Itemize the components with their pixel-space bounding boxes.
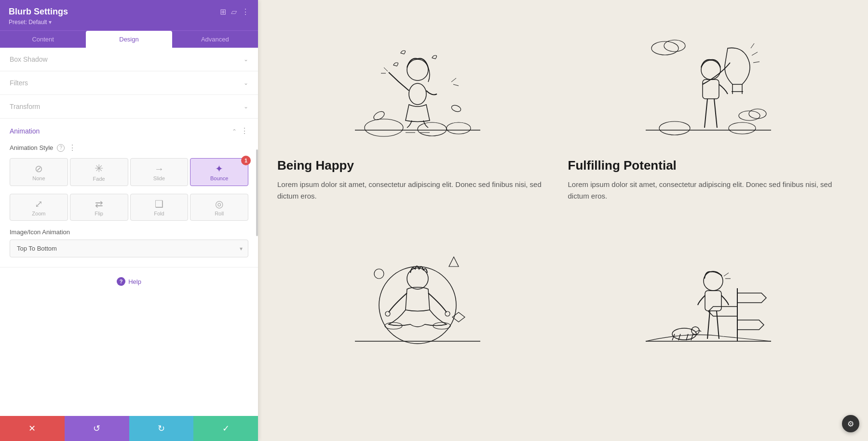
animation-style-label: Animation Style — [10, 144, 53, 151]
main-content: Being Happy Lorem ipsum dolor sit amet, … — [258, 0, 868, 441]
tab-content[interactable]: Content — [0, 31, 86, 48]
undo-button[interactable]: ↺ — [65, 416, 129, 441]
svg-rect-28 — [703, 80, 719, 99]
blurb-illustration-1 — [277, 14, 558, 149]
cancel-button[interactable]: ✕ — [0, 416, 65, 441]
svg-point-37 — [385, 311, 390, 316]
preset-value[interactable]: Default — [28, 19, 47, 26]
svg-point-20 — [729, 122, 756, 134]
header-icons: ⊞ ▱ ⋮ — [220, 7, 249, 16]
slide-icon: → — [154, 164, 164, 174]
settings-panel: Blurb Settings ⊞ ▱ ⋮ Preset: Default ▾ C… — [0, 0, 258, 441]
fade-label: Fade — [93, 176, 105, 182]
filters-header[interactable]: Filters ⌄ — [0, 71, 258, 94]
transform-label: Transform — [10, 103, 40, 110]
blurb-card-3 — [277, 226, 558, 427]
save-icon: ✓ — [222, 423, 230, 434]
floating-btn-icon: ⚙ — [847, 419, 854, 428]
filters-chevron: ⌄ — [244, 80, 248, 86]
zoom-icon: ⤢ — [35, 199, 43, 209]
scrollbar-thumb[interactable] — [256, 149, 258, 236]
box-shadow-header[interactable]: Box Shadow ⌄ — [0, 48, 258, 71]
svg-point-13 — [451, 104, 462, 113]
anim-slide-button[interactable]: → Slide — [130, 158, 189, 186]
animation-content: Animation Style ? ⋮ ⊘ None ✳ Fade — [0, 143, 258, 267]
svg-line-8 — [451, 78, 456, 82]
svg-line-49 — [724, 273, 729, 276]
help-section[interactable]: ? Help — [0, 267, 258, 295]
svg-rect-46 — [705, 291, 721, 311]
tab-design[interactable]: Design — [86, 31, 172, 48]
animation-label: Animation — [10, 127, 40, 135]
bounce-label: Bounce — [210, 175, 228, 181]
svg-point-32 — [379, 267, 456, 344]
preset-arrow[interactable]: ▾ — [49, 19, 52, 26]
box-shadow-label: Box Shadow — [10, 55, 48, 63]
animation-style-grid: ⊘ None ✳ Fade → Slide 1 — [10, 158, 248, 186]
anim-roll-button[interactable]: ◎ Roll — [190, 194, 248, 221]
svg-point-36 — [407, 268, 428, 289]
image-animation-select[interactable]: Top To Bottom Bottom To Top Left To Righ… — [10, 240, 248, 257]
undo-icon: ↺ — [93, 423, 100, 434]
animation-chevron[interactable]: ⌄ — [232, 128, 237, 134]
blurb-illustration-4 — [568, 226, 849, 361]
svg-point-2 — [418, 122, 447, 136]
tab-bar: Content Design Advanced — [0, 30, 258, 48]
card-1-text: Lorem ipsum dolor sit amet, consectetur … — [277, 179, 558, 202]
filters-label: Filters — [10, 79, 28, 87]
svg-point-5 — [407, 59, 428, 80]
box-shadow-chevron: ⌄ — [244, 56, 248, 63]
redo-icon: ↻ — [158, 423, 165, 434]
svg-line-25 — [753, 62, 760, 63]
anim-fold-button[interactable]: ❑ Fold — [130, 194, 189, 221]
svg-line-47 — [707, 311, 710, 339]
anim-none-button[interactable]: ⊘ None — [10, 158, 68, 186]
transform-header[interactable]: Transform ⌄ — [0, 95, 258, 118]
sidebar-header: Blurb Settings ⊞ ▱ ⋮ Preset: Default ▾ — [0, 0, 258, 30]
anim-zoom-button[interactable]: ⤢ Zoom — [10, 194, 68, 221]
blurb-illustration-2 — [568, 14, 849, 149]
animation-style-grid-row2: ⤢ Zoom ⇄ Flip ❑ Fold ◎ — [10, 194, 248, 221]
zoom-label: Zoom — [32, 211, 45, 216]
svg-point-38 — [445, 311, 450, 316]
anim-fade-button[interactable]: ✳ Fade — [70, 158, 128, 186]
fade-icon: ✳ — [95, 163, 103, 174]
blurb-card-1: Being Happy Lorem ipsum dolor sit amet, … — [277, 14, 558, 216]
svg-line-48 — [717, 311, 719, 339]
tab-advanced[interactable]: Advanced — [172, 31, 258, 48]
blurb-card-2: Fulfilling Potential Lorem ipsum dolor s… — [568, 14, 849, 216]
slide-label: Slide — [153, 175, 165, 181]
svg-line-9 — [453, 84, 459, 86]
fullscreen-icon[interactable]: ▱ — [231, 7, 237, 16]
svg-point-18 — [749, 109, 766, 119]
svg-point-16 — [664, 40, 685, 52]
transform-chevron: ⌄ — [244, 103, 248, 110]
anim-bounce-button[interactable]: 1 ✦ Bounce — [190, 158, 248, 186]
svg-line-6 — [384, 67, 388, 71]
bounce-icon: ✦ — [215, 164, 223, 174]
fold-label: Fold — [154, 211, 164, 216]
save-button[interactable]: ✓ — [193, 416, 258, 441]
animation-section: Animation ⌄ ⋮ Animation Style ? ⋮ ⊘ None — [0, 119, 258, 267]
none-label: None — [32, 175, 45, 181]
card-2-text: Lorem ipsum dolor sit amet, consectetur … — [568, 179, 849, 202]
svg-line-24 — [752, 52, 758, 55]
svg-point-27 — [701, 60, 720, 80]
expand-icon[interactable]: ⊞ — [220, 7, 226, 16]
image-animation-select-wrapper: Top To Bottom Bottom To Top Left To Righ… — [10, 240, 248, 257]
more-options-icon[interactable]: ⋮ — [242, 7, 249, 16]
animation-style-dots-icon[interactable]: ⋮ — [68, 143, 76, 152]
none-icon: ⊘ — [35, 164, 43, 174]
fold-icon: ❑ — [155, 199, 163, 209]
svg-line-29 — [705, 99, 707, 128]
box-shadow-section: Box Shadow ⌄ — [0, 48, 258, 71]
card-1-title: Being Happy — [277, 158, 354, 173]
animation-style-help-icon[interactable]: ? — [57, 144, 65, 152]
animation-header[interactable]: Animation ⌄ ⋮ — [0, 119, 258, 143]
redo-button[interactable]: ↻ — [129, 416, 194, 441]
anim-flip-button[interactable]: ⇄ Flip — [70, 194, 128, 221]
svg-marker-33 — [449, 257, 459, 267]
animation-style-row: Animation Style ? ⋮ — [10, 143, 248, 152]
animation-options-icon[interactable]: ⋮ — [241, 126, 248, 135]
floating-action-button[interactable]: ⚙ — [842, 415, 859, 432]
